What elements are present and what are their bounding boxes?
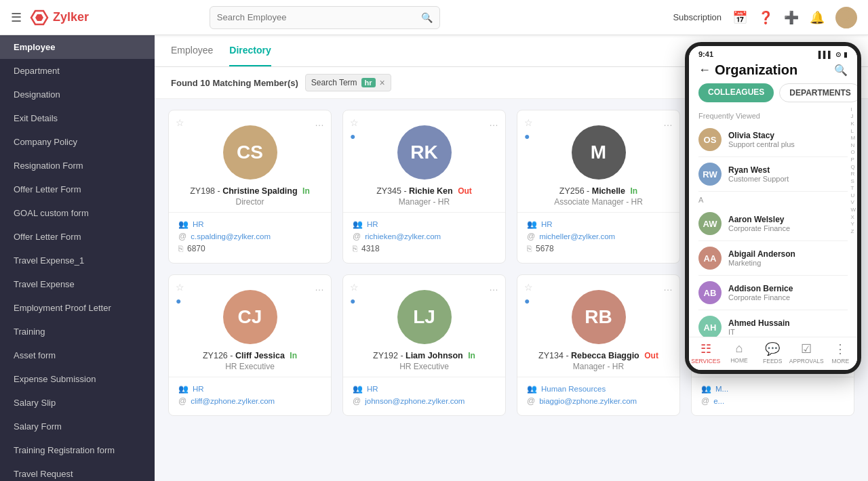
sidebar-item-offer-letter-form[interactable]: Offer Letter Form (0, 177, 155, 201)
card-email[interactable]: micheller@zylker.com (539, 232, 615, 240)
card-email[interactable]: johnson@zphone.zylker.com (365, 397, 465, 405)
star-icon[interactable]: ☆ (176, 282, 184, 293)
card-email[interactable]: c.spalding@zylker.com (191, 232, 271, 240)
star-icon[interactable]: ☆ (524, 282, 533, 293)
employee-card[interactable]: ☆ … CS ZY198 - Christine Spalding In Dir… (168, 110, 332, 264)
az-letter[interactable]: S (850, 177, 856, 184)
sidebar-item-designation[interactable]: Designation (0, 83, 155, 106)
az-letter[interactable]: J (850, 113, 856, 120)
az-letter[interactable]: Q (850, 163, 856, 170)
card-more-icon[interactable]: … (315, 117, 324, 128)
star-icon[interactable]: ☆ (524, 117, 533, 128)
employee-card[interactable]: ☆ … ● RK ZY345 - Richie Ken Out Manager … (342, 110, 506, 264)
sidebar-item-travel-request[interactable]: Travel Request (0, 462, 155, 481)
sidebar-item-resignation-form[interactable]: Resignation Form (0, 154, 155, 177)
sidebar-item-salary-form[interactable]: Salary Form (0, 415, 155, 438)
mobile-nav-feeds[interactable]: 💬 FEEDS (756, 341, 789, 364)
mobile-contact[interactable]: OS Olivia Stacy Support central plus (698, 123, 848, 157)
card-department[interactable]: HR (193, 220, 204, 228)
mobile-nav-approvals[interactable]: ☑ APPROVALS (789, 341, 824, 364)
az-letter[interactable]: X (850, 213, 856, 220)
az-letter[interactable]: U (850, 192, 856, 199)
az-letter[interactable]: L (850, 127, 856, 134)
employee-card[interactable]: ☆ … ● CJ ZY126 - Cliff Jessica In HR Exe… (168, 274, 332, 416)
sidebar-item-asset-form[interactable]: Asset form (0, 343, 155, 367)
chat-icon[interactable]: ● (524, 295, 530, 306)
az-letter[interactable]: K (850, 121, 856, 127)
card-email[interactable]: richieken@zylker.com (365, 232, 441, 240)
mobile-nav-services[interactable]: ☷ SERVICES (689, 341, 722, 364)
az-index[interactable]: ABCDEFGHIJKLMNOPQRSTUVWXYZ (850, 108, 856, 234)
az-letter[interactable]: M (850, 135, 856, 142)
calendar-icon[interactable]: 📅 (732, 10, 747, 25)
az-letter[interactable]: Y (850, 221, 856, 228)
sidebar-item-company-policy[interactable]: Company Policy (0, 130, 155, 154)
sidebar-item-employment-proof[interactable]: Employment Proof Letter (0, 296, 155, 320)
mobile-nav-more[interactable]: ⋮ MORE (824, 341, 857, 364)
az-letter[interactable]: V (850, 199, 856, 206)
card-department[interactable]: HR (541, 220, 553, 228)
card-more-icon[interactable]: … (315, 282, 324, 293)
help-icon[interactable]: ❓ (758, 10, 773, 25)
sidebar-item-expense-submission[interactable]: Expense Submission (0, 367, 155, 391)
search-term-badge[interactable]: Search Term hr × (305, 74, 391, 91)
search-bar[interactable]: 🔍 (210, 6, 440, 29)
sidebar-item-salary-slip[interactable]: Salary Slip (0, 391, 155, 415)
az-letter[interactable]: I (850, 108, 856, 112)
mobile-tab-colleagues[interactable]: COLLEAGUES (698, 83, 774, 102)
card-email[interactable]: cliff@zphone.zylker.com (191, 397, 275, 405)
sidebar-item-offer-letter-form2[interactable]: Offer Letter Form (0, 225, 155, 249)
card-more-icon[interactable]: … (489, 117, 498, 128)
star-icon[interactable]: ☆ (350, 282, 359, 293)
star-icon[interactable]: ☆ (176, 117, 184, 128)
sidebar-item-goal-custom-form[interactable]: GOAL custom form (0, 201, 155, 225)
back-button[interactable]: ← (698, 63, 711, 77)
mobile-contact[interactable]: AA Abigail Anderson Marketing (698, 241, 848, 276)
sidebar-item-exit-details[interactable]: Exit Details (0, 106, 155, 130)
tab-directory[interactable]: Directory (229, 35, 271, 66)
chat-icon[interactable]: ● (350, 295, 355, 306)
az-letter[interactable]: T (850, 185, 856, 192)
sidebar-item-employee[interactable]: Employee (0, 35, 155, 59)
close-badge-icon[interactable]: × (380, 77, 385, 88)
az-letter[interactable]: N (850, 142, 856, 149)
card-email[interactable]: e... (713, 397, 724, 405)
add-icon[interactable]: ➕ (784, 10, 799, 25)
chat-icon[interactable]: ● (176, 295, 181, 306)
card-department[interactable]: HR (367, 220, 378, 228)
hamburger-menu[interactable]: ☰ (11, 10, 22, 25)
bell-icon[interactable]: 🔔 (810, 10, 825, 25)
mobile-search-icon[interactable]: 🔍 (834, 64, 848, 77)
chat-icon[interactable]: ● (350, 131, 355, 142)
mobile-contact[interactable]: AB Addison Bernice Corporate Finance (698, 276, 848, 310)
card-department[interactable]: M... (715, 385, 728, 393)
card-more-icon[interactable]: … (663, 117, 673, 128)
sidebar-item-department[interactable]: Department (0, 59, 155, 83)
card-email[interactable]: biaggio@zphone.zylker.com (539, 397, 637, 405)
az-letter[interactable]: O (850, 149, 856, 156)
card-department[interactable]: HR (367, 385, 378, 393)
user-avatar[interactable] (835, 7, 857, 28)
employee-card[interactable]: ☆ … ● M ZY256 - Michelle In Associate Ma… (517, 110, 680, 264)
search-input[interactable] (217, 12, 421, 22)
star-icon[interactable]: ☆ (350, 117, 359, 128)
az-letter[interactable]: P (850, 156, 856, 163)
mobile-tab-departments[interactable]: DEPARTMENTS (779, 83, 861, 102)
employee-card[interactable]: ☆ … ● RB ZY134 - Rebecca Biaggio Out Man… (517, 274, 680, 416)
sidebar-item-training-reg[interactable]: Training Registration form (0, 438, 155, 462)
card-more-icon[interactable]: … (663, 282, 673, 293)
card-department[interactable]: Human Resources (541, 385, 606, 393)
sidebar-item-travel-expense[interactable]: Travel Expense (0, 272, 155, 296)
card-department[interactable]: HR (193, 385, 204, 393)
card-more-icon[interactable]: … (489, 282, 498, 293)
chat-icon[interactable]: ● (524, 131, 530, 142)
sidebar-item-travel-expense-1[interactable]: Travel Expense_1 (0, 249, 155, 272)
mobile-nav-home[interactable]: ⌂ HOME (722, 341, 755, 364)
tab-employee[interactable]: Employee (171, 35, 213, 66)
sidebar-item-training[interactable]: Training (0, 320, 155, 343)
mobile-contact[interactable]: AW Aaron Welsley Corporate Finance (698, 207, 848, 241)
employee-card[interactable]: ☆ … ● LJ ZY192 - Liam Johnson In HR Exec… (342, 274, 506, 416)
az-letter[interactable]: R (850, 171, 856, 177)
mobile-contact[interactable]: RW Ryan West Customer Support (698, 157, 848, 192)
mobile-contact[interactable]: AH Ahmed Hussain IT (698, 310, 848, 337)
